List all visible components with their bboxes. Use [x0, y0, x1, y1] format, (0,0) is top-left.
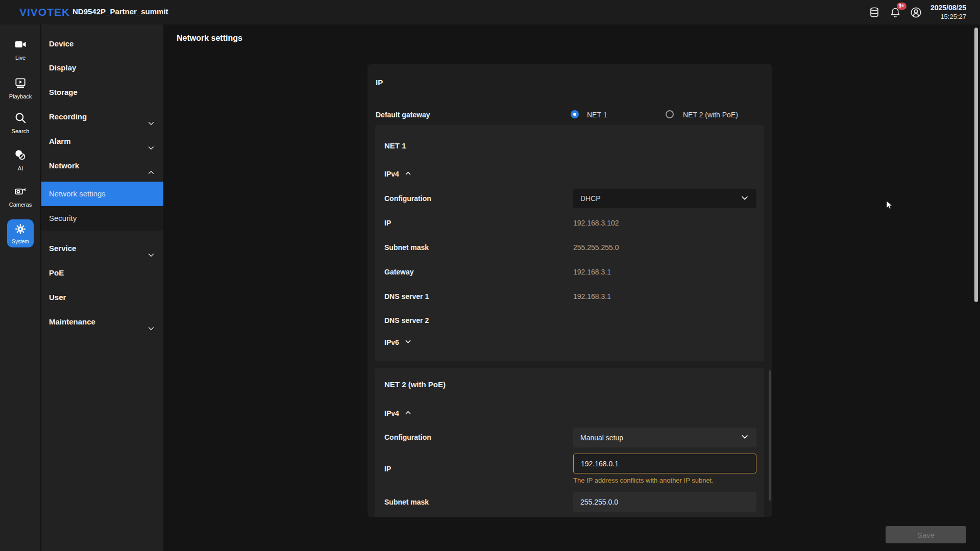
vivotek-logo: VIVOTEK: [19, 6, 70, 18]
sidebar-item-poe[interactable]: PoE: [41, 261, 163, 285]
nav-system[interactable]: System: [7, 219, 34, 247]
net2-title: NET 2 (with PoE): [384, 380, 446, 389]
net2-ipv4-toggle[interactable]: IPv4: [384, 409, 412, 418]
radio-net2[interactable]: [666, 110, 674, 118]
notification-badge: 9+: [897, 3, 906, 10]
net1-section: NET 1 IPv4 Configuration DHCP IP 192.168…: [375, 125, 764, 361]
storage-status-icon[interactable]: [868, 6, 881, 19]
net1-ip-value: 192.168.3.102: [573, 219, 619, 227]
sidebar-item-service[interactable]: Service: [41, 236, 163, 261]
nav-live[interactable]: Live: [0, 38, 41, 61]
net1-dns1-value: 192.168.3.1: [573, 292, 611, 300]
net2-configuration-select[interactable]: Manual setup: [573, 428, 756, 447]
net2-subnet-input[interactable]: [573, 492, 756, 512]
system-gear-icon: [14, 228, 27, 237]
nav-search[interactable]: Search: [0, 111, 41, 134]
net1-ipv4-toggle[interactable]: IPv4: [384, 169, 412, 179]
panel-scrollbar-thumb[interactable]: [769, 370, 771, 500]
chevron-down-icon: [740, 193, 749, 204]
ip-section-title: IP: [376, 78, 383, 87]
net1-title: NET 1: [384, 141, 406, 150]
net2-section: NET 2 (with PoE) IPv4 Configuration Manu…: [375, 368, 764, 517]
nav-label: Cameras: [0, 202, 41, 208]
ip-settings-panel: IP Default gateway NET 1 NET 2 (with PoE…: [368, 64, 772, 517]
cameras-icon: [14, 191, 27, 199]
datetime: 2025/08/25 15:25:27: [930, 4, 966, 21]
ipv4-label: IPv4: [384, 409, 399, 417]
user-account-icon[interactable]: [910, 6, 923, 19]
nav-cameras[interactable]: Cameras: [0, 185, 41, 208]
mouse-cursor: [886, 201, 895, 212]
net2-ip-input[interactable]: [573, 454, 756, 473]
net1-dns2-label: DNS server 2: [384, 316, 429, 324]
sidebar-item-maintenance[interactable]: Maintenance: [41, 310, 163, 334]
net1-ip-label: IP: [384, 219, 391, 227]
net2-configuration-value: Manual setup: [580, 434, 623, 442]
sidebar-item-storage[interactable]: Storage: [41, 80, 163, 105]
net1-gateway-label: Gateway: [384, 268, 414, 276]
chevron-down-icon: [147, 318, 155, 342]
net1-subnet-value: 255.255.255.0: [573, 243, 619, 252]
net1-gateway-value: 192.168.3.1: [573, 268, 611, 276]
time-label: 15:25:27: [930, 13, 966, 21]
nav-label: System: [7, 239, 34, 244]
net1-configuration-select[interactable]: DHCP: [573, 189, 756, 208]
sidebar-item-security[interactable]: Security: [41, 206, 163, 231]
settings-sidebar: Device Display Storage Recording Alarm N…: [41, 24, 163, 551]
date-label: 2025/08/25: [930, 4, 966, 13]
page-title: Network settings: [177, 34, 242, 43]
radio-net1[interactable]: [571, 110, 579, 118]
net2-configuration-label: Configuration: [384, 433, 431, 441]
network-submenu: Network settings Security: [41, 182, 163, 231]
ai-icon: [14, 155, 27, 163]
nav-label: Search: [0, 128, 41, 134]
net1-subnet-label: Subnet mask: [384, 243, 429, 252]
ip-conflict-error: The IP address conflicts with another IP…: [573, 477, 714, 484]
radio-net2-label[interactable]: NET 2 (with PoE): [683, 111, 738, 119]
sidebar-item-recording[interactable]: Recording: [41, 105, 163, 129]
top-bar: VIVOTEK ND9542P_Partner_summit 9+: [0, 0, 980, 24]
device-title: ND9542P_Partner_summit: [72, 7, 168, 16]
net2-ip-label: IP: [384, 465, 391, 473]
live-camera-icon: [14, 44, 27, 53]
net2-subnet-label: Subnet mask: [384, 498, 429, 506]
page-scrollbar-thumb[interactable]: [974, 28, 978, 302]
net1-dns1-label: DNS server 1: [384, 292, 429, 300]
nav-playback[interactable]: Playback: [0, 77, 41, 99]
net1-configuration-value: DHCP: [580, 194, 601, 203]
nav-ai[interactable]: AI: [0, 148, 41, 171]
radio-net1-label[interactable]: NET 1: [587, 111, 607, 119]
chevron-down-icon: [740, 432, 749, 443]
search-icon: [14, 117, 27, 126]
default-gateway-label: Default gateway: [376, 111, 430, 119]
nav-label: Live: [0, 55, 41, 61]
net1-ipv6-toggle[interactable]: IPv6: [384, 338, 412, 347]
sidebar-item-display[interactable]: Display: [41, 56, 163, 80]
save-button[interactable]: Save: [886, 526, 966, 543]
topbar-actions: 9+ 2025/08/25 15:25:27: [868, 3, 966, 22]
ipv6-label: IPv6: [384, 338, 399, 346]
nav-rail: Live Playback Search AI: [0, 24, 41, 551]
nav-label: AI: [0, 165, 41, 171]
sidebar-item-alarm[interactable]: Alarm: [41, 129, 163, 154]
notification-bell-icon[interactable]: 9+: [889, 6, 902, 19]
sidebar-item-network-settings[interactable]: Network settings: [41, 182, 163, 206]
sidebar-item-device[interactable]: Device: [41, 32, 163, 56]
ipv4-label: IPv4: [384, 170, 399, 178]
net1-configuration-label: Configuration: [384, 194, 431, 203]
nav-label: Playback: [0, 93, 41, 99]
chevron-down-icon: [404, 338, 412, 347]
sidebar-item-user[interactable]: User: [41, 285, 163, 310]
chevron-up-icon: [404, 169, 412, 179]
playback-icon: [14, 83, 27, 91]
chevron-up-icon: [404, 409, 412, 418]
sidebar-item-network[interactable]: Network: [41, 154, 163, 178]
